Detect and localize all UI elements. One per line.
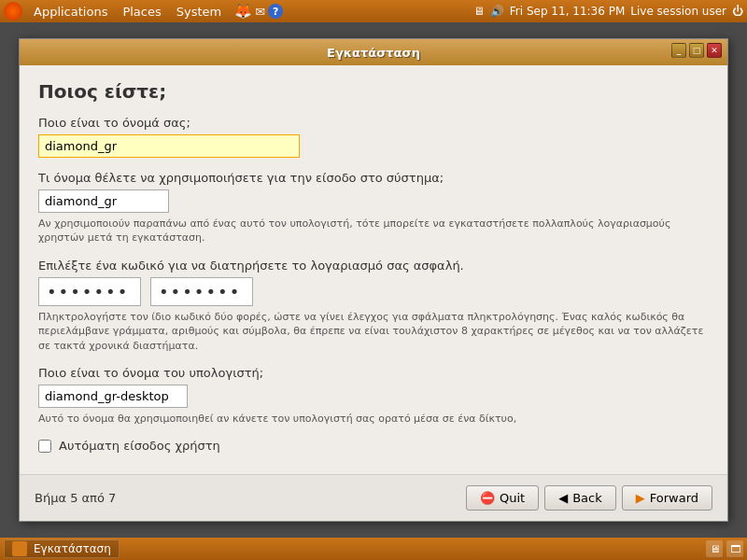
step-label: Βήμα 5 από 7: [35, 491, 116, 505]
autologin-label[interactable]: Αυτόματη είσοδος χρήστη: [59, 439, 220, 453]
name-label: Ποιο είναι το όνομά σας;: [38, 116, 709, 130]
quit-label: Quit: [500, 491, 525, 505]
taskbar-window-icon: [12, 541, 27, 556]
autologin-row: Αυτόματη είσοδος χρήστη: [38, 439, 709, 453]
menu-places[interactable]: Places: [115, 3, 168, 21]
quit-icon: ⛔: [480, 491, 495, 505]
taskbar-right: 🖥 🗖: [706, 540, 743, 557]
firefox-icon[interactable]: 🦊: [234, 3, 252, 20]
nav-buttons: ⛔ Quit ◀ Back ▶ Forward: [466, 485, 712, 511]
username-input[interactable]: [38, 189, 169, 213]
menu-applications[interactable]: Applications: [26, 3, 115, 21]
hostname-section: Ποιο είναι το όνομα του υπολογιστή; Αυτό…: [38, 366, 709, 426]
password-inputs-row: [38, 277, 709, 306]
username-hint: Αν χρησιμοποιούν παραπάνω από ένας αυτό …: [38, 217, 709, 245]
menubar-right-area: 🖥 🔊 Fri Sep 11, 11:36 PM Live session us…: [473, 5, 743, 18]
quit-button[interactable]: ⛔ Quit: [466, 485, 539, 511]
name-section: Ποιο είναι το όνομά σας;: [38, 116, 709, 158]
clock: Fri Sep 11, 11:36 PM: [510, 5, 625, 18]
desktop: Εγκατάσταση _ □ ✕ Ποιος είστε; Ποιο είνα…: [0, 22, 747, 538]
top-menubar: Applications Places System 🦊 ✉ ? 🖥 🔊 Fri…: [0, 0, 747, 22]
password-input[interactable]: [38, 277, 141, 306]
menu-system[interactable]: System: [169, 3, 229, 21]
ubuntu-logo: [4, 2, 22, 21]
bottom-bar: Βήμα 5 από 7 ⛔ Quit ◀ Back ▶ Forward: [20, 474, 727, 521]
password-confirm-input[interactable]: [150, 277, 253, 306]
password-hint: Πληκτρολογήστε τον ίδιο κωδικό δύο φορές…: [38, 310, 709, 353]
taskbar-window-item[interactable]: Εγκατάσταση: [4, 539, 120, 558]
hostname-hint: Αυτό το όνομα θα χρησιμοποιηθεί αν κάνετ…: [38, 412, 709, 426]
volume-icon: 🔊: [490, 5, 504, 18]
name-input[interactable]: [38, 134, 300, 158]
session-user: Live session user: [630, 5, 726, 18]
hostname-label: Ποιο είναι το όνομα του υπολογιστή;: [38, 366, 709, 380]
main-scroll-area[interactable]: Ποιος είστε; Ποιο είναι το όνομά σας; Τι…: [20, 65, 727, 474]
taskbar-right-icon1[interactable]: 🖥: [706, 540, 723, 557]
page-heading: Ποιος είστε;: [38, 80, 709, 103]
back-icon: ◀: [558, 491, 568, 505]
password-section: Επιλέξτε ένα κωδικό για να διατηρήσετε τ…: [38, 259, 709, 353]
power-icon[interactable]: ⏻: [732, 5, 743, 18]
window-controls: _ □ ✕: [671, 43, 722, 58]
forward-label: Forward: [650, 491, 698, 505]
window-content: Ποιος είστε; Ποιο είναι το όνομά σας; Τι…: [20, 65, 727, 474]
forward-icon: ▶: [636, 491, 645, 505]
maximize-button[interactable]: □: [689, 43, 704, 58]
password-label: Επιλέξτε ένα κωδικό για να διατηρήσετε τ…: [38, 259, 709, 273]
taskbar-right-icon2[interactable]: 🗖: [726, 540, 743, 557]
window-title: Εγκατάσταση: [327, 46, 420, 60]
help-icon[interactable]: ?: [268, 4, 283, 19]
minimize-button[interactable]: _: [671, 43, 686, 58]
back-label: Back: [572, 491, 602, 505]
username-label: Τι όνομα θέλετε να χρησιμοποιήσετε για τ…: [38, 171, 709, 185]
window-titlebar: Εγκατάσταση _ □ ✕: [20, 39, 727, 65]
back-button[interactable]: ◀ Back: [544, 485, 616, 511]
install-window: Εγκατάσταση _ □ ✕ Ποιος είστε; Ποιο είνα…: [19, 38, 728, 522]
taskbar: Εγκατάσταση 🖥 🗖: [0, 538, 747, 560]
taskbar-window-label: Εγκατάσταση: [34, 542, 111, 555]
autologin-checkbox[interactable]: [38, 440, 51, 453]
email-icon[interactable]: ✉: [255, 5, 265, 19]
username-section: Τι όνομα θέλετε να χρησιμοποιήσετε για τ…: [38, 171, 709, 245]
close-button[interactable]: ✕: [707, 43, 722, 58]
network-icon: 🖥: [473, 5, 485, 18]
hostname-input[interactable]: [38, 385, 188, 408]
forward-button[interactable]: ▶ Forward: [622, 485, 712, 511]
